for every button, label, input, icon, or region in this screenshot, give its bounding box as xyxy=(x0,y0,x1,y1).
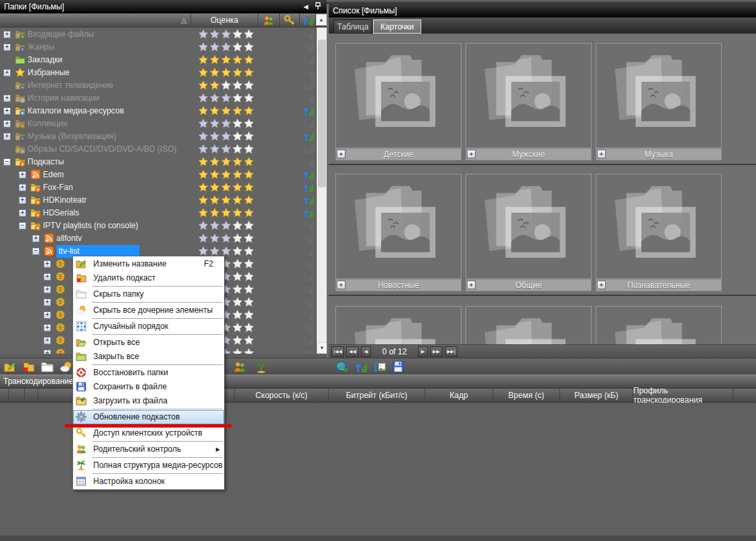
rating-star-icon[interactable] xyxy=(209,195,220,205)
expand-icon[interactable]: + xyxy=(3,95,11,102)
rating-star-icon[interactable] xyxy=(198,93,209,103)
globe-add-icon[interactable] xyxy=(335,360,348,373)
rating-star-icon[interactable] xyxy=(209,80,220,91)
rating-star-icon[interactable] xyxy=(209,105,220,116)
expand-icon[interactable]: + xyxy=(3,31,11,38)
rating-star-icon[interactable] xyxy=(244,105,254,116)
save-file-icon[interactable] xyxy=(392,360,404,373)
pager-fast-next-button[interactable]: ▶▶ xyxy=(430,346,443,357)
rating-star-icon[interactable] xyxy=(244,258,254,269)
rating-star-icon[interactable] xyxy=(221,67,231,78)
rating-star-icon[interactable] xyxy=(232,322,243,333)
rating-star-icon[interactable] xyxy=(198,169,209,180)
rating-star-icon[interactable] xyxy=(232,156,243,167)
rating-star-icon[interactable] xyxy=(232,271,243,282)
rating-star-icon[interactable] xyxy=(221,233,231,244)
expand-icon[interactable]: + xyxy=(19,197,26,204)
tree-row[interactable]: +Коллекции xyxy=(0,117,316,130)
expand-icon[interactable]: + xyxy=(44,324,51,332)
rating-star-icon[interactable] xyxy=(232,144,243,154)
pin-panel-icon[interactable] xyxy=(313,2,323,11)
rating-star-icon[interactable] xyxy=(232,93,243,103)
menu-item[interactable]: Случайный порядок xyxy=(73,319,224,334)
rating-star-icon[interactable] xyxy=(198,195,209,205)
rating-star-icon[interactable] xyxy=(232,284,243,295)
card-expand-button[interactable]: + xyxy=(597,281,606,289)
menu-item[interactable]: Доступ клиентских устройств xyxy=(73,426,224,440)
card-expand-button[interactable]: + xyxy=(337,150,345,158)
rating-star-icon[interactable] xyxy=(209,246,220,256)
expand-icon[interactable]: + xyxy=(44,337,51,344)
column-header-access[interactable] xyxy=(280,13,300,27)
scroll-down-button[interactable]: ▼ xyxy=(317,342,327,354)
rating-star-icon[interactable] xyxy=(209,220,220,231)
rating-star-icon[interactable] xyxy=(209,169,220,180)
tree-row[interactable]: Интернет телевидение xyxy=(0,79,316,92)
rating-star-icon[interactable] xyxy=(244,80,254,91)
rating-star-icon[interactable] xyxy=(244,169,254,180)
rating-star-icon[interactable] xyxy=(232,80,243,91)
media-card[interactable]: Музыка+ xyxy=(596,43,722,160)
tree-item-label[interactable]: Жанры xyxy=(28,41,54,54)
rating-star-icon[interactable] xyxy=(209,207,220,218)
tree-row[interactable]: +Избранные xyxy=(0,66,316,79)
rating-star-icon[interactable] xyxy=(244,297,254,307)
column-header-users[interactable] xyxy=(258,13,280,27)
media-card[interactable]: Детские+ xyxy=(335,43,462,160)
tree-row[interactable]: +Каталоги медиа-ресурсов xyxy=(0,105,316,117)
rating-star-icon[interactable] xyxy=(232,207,243,218)
card-expand-button[interactable]: + xyxy=(467,150,476,158)
rating-star-icon[interactable] xyxy=(232,220,243,231)
tree-item-label[interactable]: Edem xyxy=(43,168,64,181)
media-card[interactable]: Познавательные+ xyxy=(596,174,722,291)
rating-star-icon[interactable] xyxy=(232,67,243,78)
column-header-bitrate[interactable]: Битрейт (кБит/с) xyxy=(329,389,425,402)
image-format-icon[interactable] xyxy=(373,360,386,373)
column-header-time[interactable]: Время (с) xyxy=(493,389,560,402)
rating-star-icon[interactable] xyxy=(209,118,220,129)
rating-star-icon[interactable] xyxy=(221,29,231,40)
rating-star-icon[interactable] xyxy=(244,233,254,244)
rating-star-icon[interactable] xyxy=(244,144,254,154)
rating-star-icon[interactable] xyxy=(232,131,243,142)
tree-item-label[interactable]: Закладки xyxy=(28,54,62,66)
rating-star-icon[interactable] xyxy=(221,144,231,154)
card-expand-button[interactable]: + xyxy=(597,150,606,158)
tree-item-label[interactable]: История навигации xyxy=(28,92,99,105)
tree-scrollbar[interactable]: ▼ xyxy=(316,28,327,354)
expand-icon[interactable]: + xyxy=(19,209,26,217)
menu-item[interactable]: Восстановить папки xyxy=(73,366,224,380)
rating-star-icon[interactable] xyxy=(198,80,209,91)
expand-icon[interactable]: + xyxy=(3,69,11,77)
tree-row[interactable]: +allfontv xyxy=(0,232,316,245)
expand-icon[interactable]: + xyxy=(3,44,11,51)
menu-item[interactable]: Скрыть папку xyxy=(73,287,224,301)
rating-star-icon[interactable] xyxy=(244,93,254,103)
menu-item[interactable]: Удалить подкаст xyxy=(73,271,224,285)
column-header-size[interactable]: Размер (кБ) xyxy=(560,389,633,402)
tree-item-label[interactable]: Подкасты xyxy=(28,156,64,168)
rating-star-icon[interactable] xyxy=(198,220,209,231)
tree-item-label[interactable]: Каталоги медиа-ресурсов xyxy=(28,105,124,117)
column-header-name[interactable]: △ xyxy=(0,13,191,27)
tab-table[interactable]: Таблица xyxy=(333,19,372,34)
rating-star-icon[interactable] xyxy=(232,246,243,256)
column-header-frame[interactable]: Кадр xyxy=(425,389,493,402)
rename-folder-icon[interactable] xyxy=(3,360,16,373)
tree-item-label[interactable]: Интернет телевидение xyxy=(28,79,113,92)
pager-next-button[interactable]: ▶ xyxy=(418,346,428,357)
rating-star-icon[interactable] xyxy=(221,220,231,231)
menu-item[interactable]: Обновление подкастов xyxy=(73,410,224,424)
rating-star-icon[interactable] xyxy=(221,156,231,167)
parental-control-icon[interactable] xyxy=(233,360,246,373)
rating-star-icon[interactable] xyxy=(209,42,220,52)
rating-star-icon[interactable] xyxy=(232,258,243,269)
rating-star-icon[interactable] xyxy=(232,233,243,244)
media-card[interactable] xyxy=(596,306,722,344)
tree-item-label[interactable]: Коллекции xyxy=(28,117,68,130)
media-card[interactable]: Мужские+ xyxy=(466,43,592,160)
scroll-up-button[interactable]: ▲ xyxy=(316,14,327,26)
rating-star-icon[interactable] xyxy=(232,297,243,307)
rating-star-icon[interactable] xyxy=(232,105,243,116)
column-header-profile[interactable]: Профиль транскодирования xyxy=(633,389,733,402)
